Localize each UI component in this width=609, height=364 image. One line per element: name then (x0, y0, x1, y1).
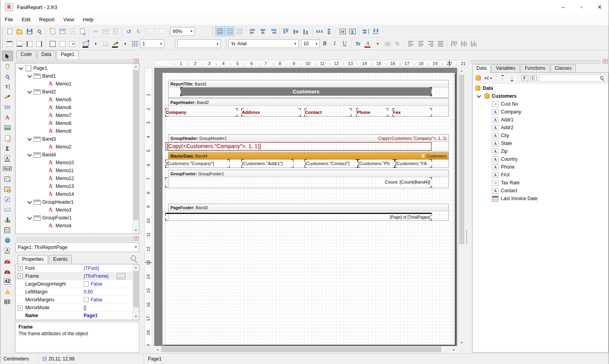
maximize-button[interactable]: ▫ (572, 0, 590, 14)
memo-phone-header[interactable]: Phone (357, 109, 388, 116)
memo-address-header[interactable]: Address (242, 109, 300, 116)
document-tab[interactable]: Code (16, 50, 36, 59)
property-value[interactable]: [] (82, 304, 133, 311)
font-color-button[interactable]: A (363, 39, 373, 49)
show-functions-button[interactable]: F (520, 74, 529, 82)
report-tree-node[interactable]: Memo2 (16, 143, 133, 151)
scroll-thumb[interactable] (459, 75, 464, 244)
report-tree-node[interactable]: Memo14 (16, 190, 133, 198)
data-panel-tab[interactable]: Functions (521, 64, 550, 72)
property-editor-button[interactable]: ... (117, 273, 125, 279)
data-root-node[interactable]: Data (473, 84, 608, 92)
property-value[interactable]: 0,50 (82, 288, 133, 295)
field-node[interactable]: State (473, 139, 608, 147)
data-search-input[interactable] (539, 74, 607, 82)
search-properties-icon[interactable] (131, 255, 136, 261)
report-tree-node[interactable]: Band3 (16, 135, 133, 143)
frame-editor-button[interactable] (67, 39, 77, 49)
highlight-button[interactable]: ab (383, 39, 392, 49)
report-tree-node[interactable]: Memo5 (16, 96, 133, 104)
text-valign-center-button[interactable] (459, 39, 469, 49)
system-text-tool[interactable]: Σ (2, 143, 13, 153)
new-report-button[interactable] (5, 26, 15, 36)
format-painter-tool[interactable] (2, 92, 13, 102)
undo-button[interactable]: ↺ (124, 26, 134, 36)
hand-tool[interactable] (2, 61, 13, 71)
align-rights-button[interactable] (268, 26, 278, 36)
copy-button[interactable] (101, 26, 110, 36)
scroll-up-arrow[interactable]: ▲ (133, 264, 139, 271)
report-tree-node[interactable]: Memo8 (16, 119, 133, 127)
line-style-button[interactable] (130, 39, 140, 49)
field-node[interactable]: City (473, 132, 608, 139)
redo-button[interactable]: ↻ (134, 26, 144, 36)
draw-object-tool[interactable]: A (2, 153, 13, 163)
data-panel-tab[interactable]: Data (472, 64, 491, 73)
field-node[interactable]: Cust No (473, 100, 608, 108)
property-row[interactable]: MirrorMode [] (16, 304, 133, 312)
preview-button[interactable] (34, 26, 44, 36)
inspector-tab[interactable]: Properties (18, 255, 48, 264)
dial-gauge-tool[interactable] (2, 256, 13, 266)
save-report-button[interactable] (24, 26, 34, 36)
new-report-wizard-button[interactable] (48, 26, 58, 36)
chevron-down-icon[interactable] (27, 215, 32, 221)
field-node[interactable]: Addr1 (473, 116, 608, 124)
report-tree-node[interactable]: Memo10 (16, 159, 133, 167)
center-vertically-button[interactable] (347, 26, 357, 36)
property-row[interactable]: Frame (TfrxFrame) ... (16, 272, 133, 280)
insert-band-tool[interactable] (2, 102, 13, 112)
property-row[interactable]: LargeDesignHeight False (16, 280, 133, 288)
report-tree-node[interactable]: Memo12 (16, 175, 133, 182)
text-object-tool[interactable]: A (2, 112, 13, 123)
report-tree-node[interactable]: Memo3 (16, 206, 133, 214)
chevron-down-icon[interactable] (18, 65, 24, 71)
map-object-tool[interactable] (2, 235, 13, 245)
text-align-justify-button[interactable] (435, 39, 445, 49)
scroll-down-arrow[interactable]: ▼ (133, 314, 139, 320)
memo-phone-field[interactable]: [Customers."Ph (358, 160, 394, 167)
same-height-button[interactable] (371, 26, 381, 36)
close-button[interactable]: ✕ (590, 0, 609, 14)
frame-top-button[interactable] (5, 39, 15, 49)
fill-color-button[interactable] (81, 39, 91, 49)
db-crosstab-object-tool[interactable] (2, 184, 13, 194)
line-color-dropdown[interactable]: ▼ (120, 39, 130, 49)
align-centers-button[interactable] (258, 26, 268, 36)
chevron-down-icon[interactable] (27, 152, 32, 158)
zoom-select[interactable]: 95%▼ (170, 27, 195, 36)
report-tree-node[interactable]: Memo7 (16, 111, 133, 119)
scroll-up-arrow[interactable]: ▲ (459, 68, 465, 74)
align-to-grid-button[interactable] (225, 26, 235, 36)
text-toolbar-grip[interactable] (225, 39, 227, 48)
chevron-down-icon[interactable] (27, 73, 32, 79)
memo-group-expression[interactable]: [Copy(<Customers."Company">, 1, 1)] (166, 142, 432, 150)
datasets-button[interactable] (474, 74, 482, 82)
frame-all-button[interactable] (48, 39, 58, 49)
scroll-thumb[interactable] (133, 271, 138, 307)
document-tab[interactable]: Data (37, 50, 56, 59)
field-node[interactable]: Contact (473, 187, 608, 195)
sort-button[interactable]: AZ▼ (482, 74, 494, 82)
data-panel-grip[interactable] (471, 59, 601, 64)
report-tree-node[interactable]: Band2 (16, 88, 133, 96)
same-width-button[interactable] (361, 26, 371, 36)
toolbar-grip[interactable] (2, 27, 4, 36)
italic-button[interactable]: I (330, 39, 340, 49)
align-middles-button[interactable] (291, 26, 301, 36)
new-page-button[interactable] (58, 26, 67, 36)
select-tool[interactable] (2, 51, 13, 61)
chevron-down-icon[interactable] (27, 136, 32, 142)
menu-item[interactable]: Edit (17, 15, 35, 24)
report-tree-node[interactable]: GroupHeader1 (16, 198, 133, 206)
fill-editor-button[interactable] (101, 39, 110, 49)
menu-item[interactable]: File (0, 15, 17, 24)
center-horizontally-button[interactable] (338, 26, 347, 36)
report-tree-node[interactable]: Page1 (16, 64, 133, 72)
dataset-node[interactable]: Customers (473, 92, 608, 100)
property-value[interactable]: (TFont) (82, 264, 133, 272)
paste-button[interactable] (110, 26, 120, 36)
minimize-button[interactable]: – (554, 0, 572, 14)
chevron-down-icon[interactable] (27, 89, 32, 95)
collapse-all-button[interactable]: ↑ (498, 74, 507, 82)
